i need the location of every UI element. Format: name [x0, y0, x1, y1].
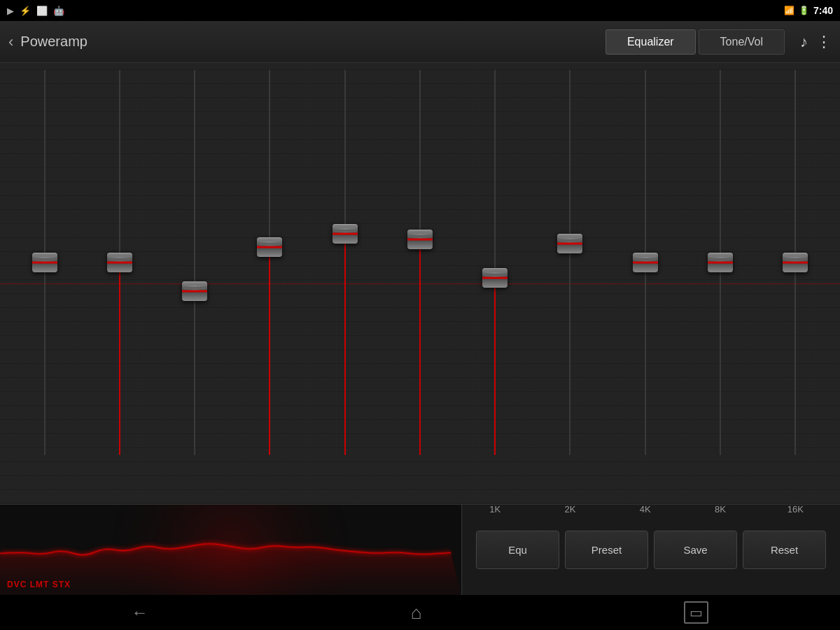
eq-area: Preamp 31 62 125	[0, 63, 840, 504]
eq-band-250[interactable]: 250	[307, 63, 382, 497]
status-icons-right: 📶 🔋 7:40	[784, 5, 833, 16]
time-display: 7:40	[813, 5, 833, 16]
tone-vol-tab[interactable]: Tone/Vol	[699, 29, 785, 55]
more-options-icon[interactable]: ⋮	[816, 33, 832, 51]
android-back-button[interactable]: ←	[132, 603, 148, 622]
play-icon: ▶	[7, 6, 14, 16]
eq-band-125[interactable]: 125	[232, 63, 307, 497]
controls-panel: EquPresetSaveReset	[462, 505, 840, 595]
android-home-button[interactable]: ⌂	[411, 602, 422, 624]
eq-band-4k[interactable]: 4K	[608, 63, 682, 497]
wifi-icon: 📶	[784, 6, 794, 15]
android-icon: 🤖	[53, 6, 64, 16]
preset-btn[interactable]: Preset	[565, 531, 648, 569]
waveform-panel: DVC LMT STX	[0, 505, 462, 595]
usb-icon: ⚡	[20, 6, 31, 16]
nav-bar: ‹ Poweramp Equalizer Tone/Vol ♪ ⋮	[0, 21, 840, 63]
eq-bands-container: Preamp 31 62 125	[0, 63, 840, 497]
band-label-1k: 1K	[489, 504, 500, 514]
status-icons-left: ▶ ⚡ ⬜ 🤖	[7, 6, 64, 16]
eq-band-16k[interactable]: 16K	[758, 63, 833, 497]
screenshot-icon: ⬜	[36, 6, 48, 16]
android-recents-button[interactable]: ▭	[684, 601, 708, 624]
bottom-section: DVC LMT STX EquPresetSaveReset	[0, 504, 840, 595]
band-label-2k: 2K	[565, 504, 576, 514]
eq-band-preamp[interactable]: Preamp	[7, 63, 82, 497]
band-label-16k: 16K	[788, 504, 804, 514]
eq-band-2k[interactable]: 2K	[533, 63, 608, 497]
reset-btn[interactable]: Reset	[743, 531, 826, 569]
android-nav-bar: ← ⌂ ▭	[0, 595, 840, 630]
app-title: Poweramp	[20, 34, 606, 50]
back-button[interactable]: ‹	[8, 33, 13, 51]
eq-band-500[interactable]: 500	[382, 63, 457, 497]
save-btn[interactable]: Save	[654, 531, 737, 569]
status-bar: ▶ ⚡ ⬜ 🤖 📶 🔋 7:40	[0, 0, 840, 21]
eq-band-1k[interactable]: 1K	[458, 63, 533, 497]
eq-band-8k[interactable]: 8K	[682, 63, 757, 497]
music-icon[interactable]: ♪	[800, 33, 808, 51]
nav-tabs: Equalizer Tone/Vol	[606, 29, 785, 55]
equ-btn[interactable]: Equ	[476, 531, 559, 569]
eq-band-62[interactable]: 62	[158, 63, 232, 497]
band-label-4k: 4K	[640, 504, 651, 514]
waveform-status-label: DVC LMT STX	[7, 580, 71, 589]
eq-band-31[interactable]: 31	[82, 63, 157, 497]
battery-icon: 🔋	[799, 6, 809, 15]
band-label-8k: 8K	[715, 504, 726, 514]
equalizer-tab[interactable]: Equalizer	[606, 29, 696, 55]
